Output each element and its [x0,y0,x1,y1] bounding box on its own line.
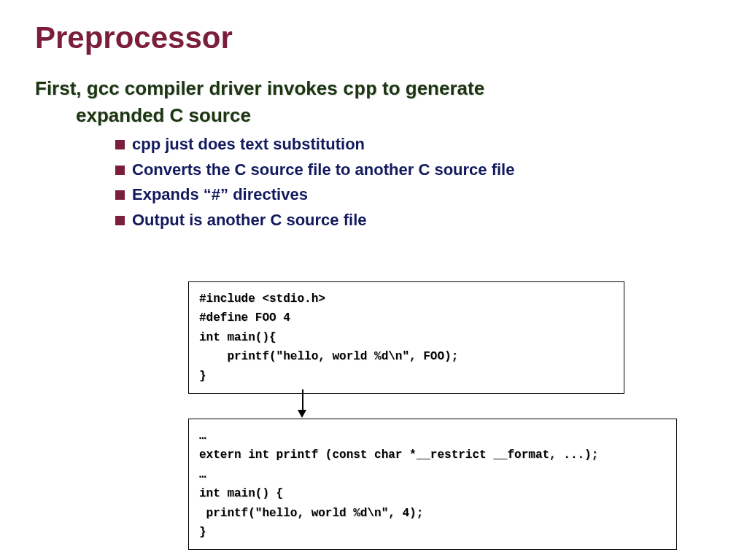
bullet-text: Output is another C source file [132,210,366,231]
subtitle-line2: expanded C source [76,103,712,128]
code-box-output: … extern int printf (const char *__restr… [188,419,677,550]
code-output: … extern int printf (const char *__restr… [199,427,666,542]
slide-title: Preprocessor [35,20,712,55]
bullet-icon [115,166,125,175]
bullet-icon [115,190,125,200]
subtitle-part1: First, gcc compiler driver invokes [35,77,343,99]
bullet-item: Converts the C source file to another C … [115,160,712,181]
bullet-text: Expands “#” directives [132,184,308,206]
bullet-icon [115,140,125,149]
arrow-down-icon [295,389,310,419]
subtitle-part2: to generate [377,77,484,99]
bullet-text: cpp just does text substitution [132,134,365,155]
bullet-item: Output is another C source file [115,210,712,231]
bullet-list: cpp just does text substitution Converts… [115,134,712,230]
code-source: #include <stdio.h> #define FOO 4 int mai… [199,289,614,386]
bullet-text: Converts the C source file to another C … [132,160,514,181]
subtitle: First, gcc compiler driver invokes cpp t… [35,76,712,128]
code-box-source: #include <stdio.h> #define FOO 4 int mai… [188,281,624,394]
bullet-icon [115,216,125,225]
bullet-item: cpp just does text substitution [115,134,712,155]
subtitle-mono: cpp [343,79,377,101]
bullet-item: Expands “#” directives [115,184,712,206]
